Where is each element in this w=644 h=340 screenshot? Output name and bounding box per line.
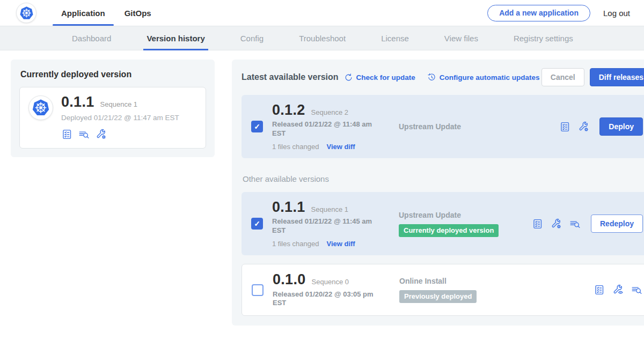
app-logo <box>28 95 53 120</box>
version-number: 0.1.0 <box>273 272 306 287</box>
available-versions-panel: Latest available version Check for updat… <box>232 60 644 326</box>
tab-gitops-label: GitOps <box>125 9 151 18</box>
version-row: 0.1.1 Sequence 1 Released 01/21/22 @ 11:… <box>241 192 644 255</box>
version-released-timestamp: Released 01/21/22 @ 11:45 am EST <box>272 217 377 235</box>
subnav-label: Version history <box>147 34 204 43</box>
check-for-update-label: Check for update <box>356 73 415 82</box>
top-nav-right: Add a new application Log out <box>487 5 630 21</box>
version-source-label: Upstream Update <box>399 211 532 219</box>
version-actions: Redeploy <box>532 215 643 233</box>
version-source-label: Online Install <box>399 277 532 285</box>
status-badge: Previously deployed <box>399 290 477 303</box>
main-content: Currently deployed version 0.1.1 Sequenc… <box>0 50 644 326</box>
available-versions-header: Latest available version Check for updat… <box>241 68 644 86</box>
other-versions-list: 0.1.1 Sequence 1 Released 01/21/22 @ 11:… <box>241 192 644 316</box>
latest-version-list: 0.1.2 Sequence 2 Released 01/21/22 @ 11:… <box>241 95 644 158</box>
version-number: 0.1.1 <box>61 94 94 109</box>
deployed-version-card: 0.1.1 Sequence 1 Deployed 01/21/22 @ 11:… <box>19 87 206 149</box>
deployed-version-actions <box>61 129 179 140</box>
currently-deployed-panel: Currently deployed version 0.1.1 Sequenc… <box>11 60 215 157</box>
subnav-item-license[interactable]: License <box>366 26 424 50</box>
files-changed-row: 1 files changed View diff <box>272 143 385 151</box>
version-info: 0.1.0 Sequence 0 Released 01/20/22 @ 03:… <box>273 272 385 308</box>
version-source-label: Upstream Update <box>399 122 532 131</box>
top-tabs: Application GitOps <box>52 0 161 26</box>
version-source: Upstream Update Currently deployed versi… <box>399 211 532 237</box>
tab-application-label: Application <box>61 9 105 18</box>
configure-automatic-updates-link[interactable]: Configure automatic updates <box>427 73 540 82</box>
version-sequence: Sequence 2 <box>311 108 348 116</box>
view-diff-link[interactable]: View diff <box>326 143 355 151</box>
subnav-label: Registry settings <box>514 34 573 43</box>
subnav-label: Troubleshoot <box>299 34 346 43</box>
kubernetes-logo-icon <box>19 6 34 20</box>
tab-gitops[interactable]: GitOps <box>115 0 161 26</box>
version-row: 0.1.0 Sequence 0 Released 01/20/22 @ 03:… <box>241 264 644 316</box>
subnav-item-troubleshoot[interactable]: Troubleshoot <box>284 26 361 50</box>
version-source: Online Install Previously deployed <box>399 277 532 303</box>
top-nav: Application GitOps Add a new application… <box>0 0 644 26</box>
version-checkbox[interactable] <box>252 284 264 296</box>
version-sequence: Sequence 0 <box>312 278 349 286</box>
version-actions: Deploy <box>559 117 643 136</box>
view-diff-link[interactable]: View diff <box>326 240 355 248</box>
deployed-timestamp: Deployed 01/21/22 @ 11:47 am EST <box>61 114 179 122</box>
config-edit-icon[interactable] <box>551 218 562 230</box>
auto-update-icon <box>427 73 436 82</box>
logs-icon[interactable] <box>569 218 581 230</box>
version-number: 0.1.1 <box>272 199 305 215</box>
version-action-button[interactable]: Deploy <box>599 117 643 136</box>
checklist-icon[interactable] <box>532 218 543 230</box>
version-info: 0.1.2 Sequence 2 Released 01/21/22 @ 11:… <box>272 102 385 151</box>
checklist-icon[interactable] <box>61 129 72 140</box>
files-changed-label: 1 files changed <box>272 143 319 151</box>
app-logo <box>16 3 36 23</box>
app-sub-nav: Dashboard Version history Config Trouble… <box>0 26 644 50</box>
add-new-application-button[interactable]: Add a new application <box>487 5 590 21</box>
config-view-icon[interactable] <box>612 284 624 295</box>
subnav-label: Config <box>240 34 264 43</box>
version-checkbox[interactable] <box>251 218 263 230</box>
kubernetes-logo-icon <box>32 99 50 117</box>
files-changed-label: 1 files changed <box>272 240 319 248</box>
version-row: 0.1.2 Sequence 2 Released 01/21/22 @ 11:… <box>241 95 644 158</box>
subnav-label: View files <box>444 34 478 43</box>
subnav-item-view-files[interactable]: View files <box>429 26 493 50</box>
subnav-item-registry-settings[interactable]: Registry settings <box>499 26 588 50</box>
logout-link[interactable]: Log out <box>603 9 630 18</box>
status-badge: Currently deployed version <box>399 224 499 237</box>
logs-icon[interactable] <box>78 129 90 140</box>
subnav-item-version-history[interactable]: Version history <box>131 26 219 50</box>
checklist-icon[interactable] <box>594 284 605 295</box>
version-sequence: Sequence 1 <box>311 205 348 213</box>
latest-available-title: Latest available version <box>241 72 339 82</box>
currently-deployed-title: Currently deployed version <box>20 70 206 79</box>
version-number: 0.1.2 <box>272 102 305 117</box>
logs-icon[interactable] <box>631 284 642 295</box>
cancel-button[interactable]: Cancel <box>541 68 584 86</box>
files-changed-row: 1 files changed View diff <box>272 240 385 248</box>
diff-releases-button[interactable]: Diff releases <box>590 68 644 86</box>
refresh-icon <box>344 73 353 82</box>
config-edit-icon[interactable] <box>578 121 589 132</box>
subnav-label: Dashboard <box>72 34 111 43</box>
subnav-item-config[interactable]: Config <box>225 26 279 50</box>
subnav-label: License <box>381 34 409 43</box>
checklist-icon[interactable] <box>559 121 570 132</box>
tab-application[interactable]: Application <box>52 0 115 26</box>
other-available-versions-label: Other available versions <box>243 174 644 183</box>
version-sequence: Sequence 1 <box>100 100 137 108</box>
version-released-timestamp: Released 01/20/22 @ 03:05 pm EST <box>273 290 378 308</box>
version-source: Upstream Update <box>399 122 532 131</box>
check-for-update-link[interactable]: Check for update <box>344 73 415 82</box>
configure-automatic-updates-label: Configure automatic updates <box>440 73 540 82</box>
version-info: 0.1.1 Sequence 1 Released 01/21/22 @ 11:… <box>272 199 385 248</box>
config-edit-icon[interactable] <box>96 129 107 140</box>
version-checkbox[interactable] <box>251 121 263 132</box>
version-released-timestamp: Released 01/21/22 @ 11:48 am EST <box>272 120 377 138</box>
subnav-item-dashboard[interactable]: Dashboard <box>57 26 126 50</box>
version-action-button[interactable]: Redeploy <box>591 215 643 233</box>
version-actions <box>594 284 642 295</box>
